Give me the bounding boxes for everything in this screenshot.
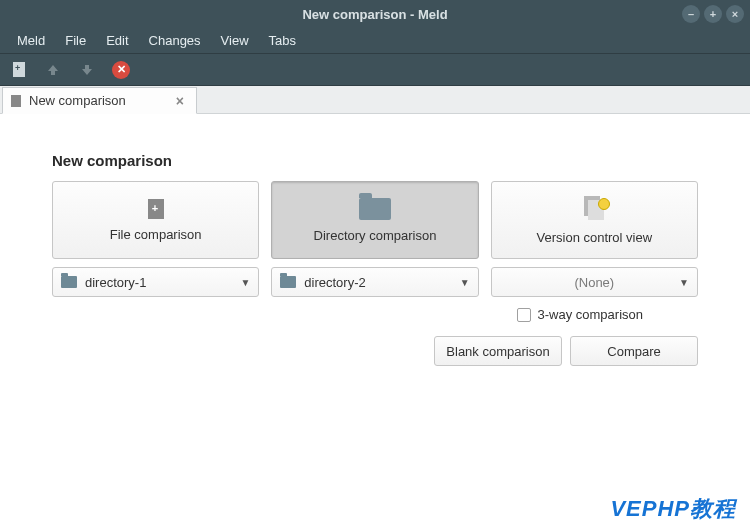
mode-label: File comparison <box>110 227 202 242</box>
directory-picker-right[interactable]: (None) ▼ <box>491 267 698 297</box>
chevron-down-icon: ▼ <box>460 277 470 288</box>
compare-button[interactable]: Compare <box>570 336 698 366</box>
tabstrip: New comparison × <box>0 86 750 114</box>
mode-label: Directory comparison <box>314 228 437 243</box>
menubar: Meld File Edit Changes View Tabs <box>0 28 750 54</box>
arrow-down-button <box>78 61 96 79</box>
close-window-button[interactable]: × <box>726 5 744 23</box>
window-controls: – + × <box>682 0 744 28</box>
page-heading: New comparison <box>52 152 698 169</box>
directory-comparison-button[interactable]: Directory comparison <box>271 181 478 259</box>
version-control-icon <box>580 196 608 222</box>
picker-value: (None) <box>574 275 614 290</box>
version-control-button[interactable]: Version control view <box>491 181 698 259</box>
action-row: Blank comparison Compare <box>52 336 698 366</box>
threeway-row: 3-way comparison <box>52 307 698 322</box>
checkbox-icon <box>517 308 531 322</box>
menu-tabs[interactable]: Tabs <box>260 30 305 51</box>
document-plus-icon <box>13 62 25 77</box>
arrow-up-icon <box>46 63 60 77</box>
tab-close-button[interactable]: × <box>174 93 186 109</box>
file-plus-icon <box>148 199 164 219</box>
titlebar: New comparison - Meld – + × <box>0 0 750 28</box>
menu-view[interactable]: View <box>212 30 258 51</box>
file-comparison-button[interactable]: File comparison <box>52 181 259 259</box>
picker-value: directory-1 <box>85 275 146 290</box>
close-red-icon: ✕ <box>112 61 130 79</box>
chevron-down-icon: ▼ <box>240 277 250 288</box>
folder-icon <box>280 276 296 288</box>
window-title: New comparison - Meld <box>302 7 447 22</box>
menu-edit[interactable]: Edit <box>97 30 137 51</box>
content-area: New comparison File comparison Directory… <box>0 114 750 366</box>
folder-icon <box>61 276 77 288</box>
picker-value: directory-2 <box>304 275 365 290</box>
arrow-down-icon <box>80 63 94 77</box>
folder-icon <box>359 198 391 220</box>
blank-comparison-button[interactable]: Blank comparison <box>434 336 562 366</box>
toolbar: ✕ <box>0 54 750 86</box>
mode-selector-row: File comparison Directory comparison Ver… <box>52 181 698 259</box>
tab-new-comparison[interactable]: New comparison × <box>2 87 197 114</box>
threeway-checkbox[interactable]: 3-way comparison <box>517 307 644 322</box>
picker-row: directory-1 ▼ directory-2 ▼ (None) ▼ <box>52 267 698 297</box>
maximize-button[interactable]: + <box>704 5 722 23</box>
checkbox-label: 3-way comparison <box>538 307 644 322</box>
stop-button[interactable]: ✕ <box>112 61 130 79</box>
menu-changes[interactable]: Changes <box>140 30 210 51</box>
menu-meld[interactable]: Meld <box>8 30 54 51</box>
directory-picker-left[interactable]: directory-1 ▼ <box>52 267 259 297</box>
watermark: VEPHP教程 <box>610 494 736 524</box>
menu-file[interactable]: File <box>56 30 95 51</box>
minimize-button[interactable]: – <box>682 5 700 23</box>
mode-label: Version control view <box>537 230 653 245</box>
tab-label: New comparison <box>29 93 126 108</box>
new-doc-button[interactable] <box>10 61 28 79</box>
arrow-up-button <box>44 61 62 79</box>
directory-picker-middle[interactable]: directory-2 ▼ <box>271 267 478 297</box>
document-icon <box>11 95 21 107</box>
chevron-down-icon: ▼ <box>679 277 689 288</box>
